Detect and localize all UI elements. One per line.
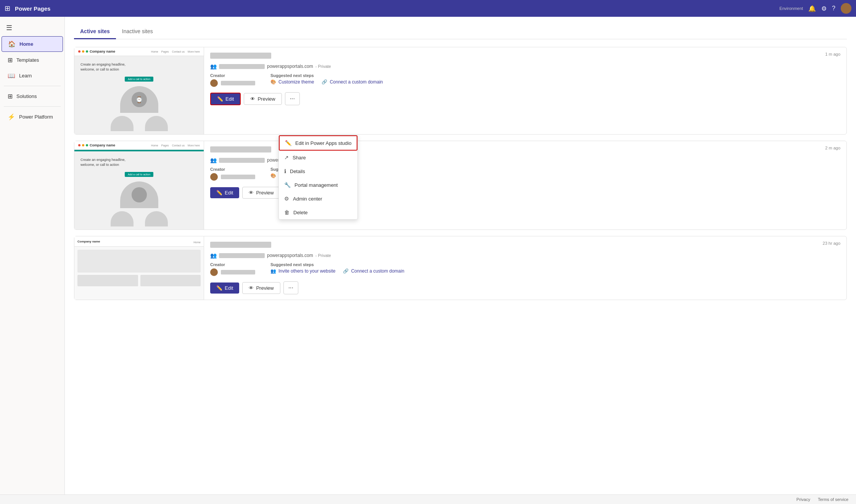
preview-button-1[interactable]: 👁 Preview <box>244 93 282 105</box>
templates-icon: ⊞ <box>8 56 13 64</box>
site-people-icon-3: 👥 <box>210 252 217 258</box>
admin-center-icon: ⚙ <box>284 196 289 202</box>
sidebar-item-templates[interactable]: ⊞ Templates <box>2 53 63 67</box>
help-button[interactable]: ? <box>832 5 835 12</box>
site-card-3: Company name Home 23 hr ago <box>74 236 847 300</box>
site-info-3: 23 hr ago 👥 powerappsportals.com - Priva… <box>204 236 846 300</box>
home-icon: 🏠 <box>8 40 16 48</box>
site-people-icon-1: 👥 <box>210 63 217 69</box>
sidebar-item-learn[interactable]: 📖 Learn <box>2 68 63 83</box>
edit-button-3[interactable]: ✏️ Edit <box>210 282 239 294</box>
settings-button[interactable]: ⚙ <box>821 5 827 12</box>
sidebar-item-home[interactable]: 🏠 Home <box>2 36 63 52</box>
creator-avatar-3 <box>210 268 218 276</box>
tab-active-sites[interactable]: Active sites <box>74 24 116 39</box>
site-time-3: 23 hr ago <box>823 241 840 246</box>
dropdown-item-delete[interactable]: 🗑 Delete <box>279 205 357 219</box>
site-card-2: Company name HomePagesContact usMore her… <box>74 141 847 230</box>
action-row-1: ✏️ Edit 👁 Preview ··· <box>210 92 840 105</box>
top-nav: ⊞ Power Pages Environment 🔔 ⚙ ? <box>0 0 856 17</box>
dropdown-item-edit-power-apps[interactable]: ✏️ Edit in Power Apps studio <box>279 135 357 151</box>
notification-button[interactable]: 🔔 <box>808 5 816 12</box>
sidebar-item-solutions-label: Solutions <box>16 93 37 99</box>
preview-button-2[interactable]: 👁 Preview <box>242 187 280 199</box>
sidebar-menu-icon[interactable]: ☰ <box>0 20 64 36</box>
more-button-1[interactable]: ··· <box>285 92 300 105</box>
next-step-domain-1[interactable]: 🔗 Connect a custom domain <box>322 79 383 85</box>
sidebar-item-learn-label: Learn <box>19 73 32 79</box>
content-area: Active sites Inactive sites Company name… <box>65 17 856 494</box>
site-name-3 <box>210 242 271 248</box>
privacy-link[interactable]: Privacy <box>796 497 810 502</box>
learn-icon: 📖 <box>8 72 15 79</box>
customize-theme-icon: 🎨 <box>270 79 276 85</box>
delete-icon: 🗑 <box>284 209 290 215</box>
app-title: Power Pages <box>15 5 50 12</box>
edit-button-1[interactable]: ✏️ Edit <box>210 93 241 105</box>
edit-button-2[interactable]: ✏️ Edit <box>210 187 239 198</box>
share-icon: ↗ <box>284 154 289 161</box>
next-step-invite-3[interactable]: 👥 Invite others to your website <box>270 268 335 274</box>
next-steps-3: 👥 Invite others to your website 🔗 Connec… <box>270 268 404 274</box>
site-badge-1: - Private <box>315 64 331 69</box>
preview-icon-2: 👁 <box>249 190 254 196</box>
power-platform-icon: ⚡ <box>8 113 15 120</box>
preview-button-3[interactable]: 👁 Preview <box>242 282 280 294</box>
dropdown-item-admin-center[interactable]: ⚙ Admin center <box>279 192 357 205</box>
next-step-customize-1[interactable]: 🎨 Customize theme <box>270 79 314 85</box>
creator-avatar-2 <box>210 173 218 181</box>
sidebar-item-home-label: Home <box>19 41 33 47</box>
site-thumbnail-1: Company name HomePagesContact usMore her… <box>74 47 204 134</box>
site-people-icon-2: 👥 <box>210 157 217 163</box>
site-meta-3: Creator Suggested next steps 👥 Invite ot… <box>210 262 840 276</box>
solutions-icon: ⊞ <box>8 93 13 100</box>
dropdown-item-share[interactable]: ↗ Share <box>279 151 357 164</box>
sidebar-divider-1 <box>4 86 61 86</box>
edit-pencil-icon-3: ✏️ <box>216 285 222 291</box>
site-url-1: powerappsportals.com <box>267 64 313 69</box>
thumb-topbar-2: Company name HomePagesContact usMore her… <box>74 141 204 150</box>
site-thumbnail-3: Company name Home <box>74 236 204 300</box>
sidebar-item-solutions[interactable]: ⊞ Solutions <box>2 89 63 104</box>
site-info-1: 1 m ago 👥 powerappsportals.com - Private… <box>204 47 846 134</box>
next-steps-1: 🎨 Customize theme 🔗 Connect a custom dom… <box>270 79 383 85</box>
site-url-row-3: 👥 powerappsportals.com - Private <box>210 252 840 258</box>
site-name-2 <box>210 146 271 152</box>
sidebar-item-power-platform[interactable]: ⚡ Power Platform <box>2 109 63 124</box>
site-time-2: 2 m ago <box>825 146 840 150</box>
avatar[interactable] <box>841 3 851 14</box>
environment-label: Environment <box>779 6 803 11</box>
nav-icons: Environment 🔔 ⚙ ? <box>779 3 851 14</box>
domain-icon-3: 🔗 <box>343 268 349 274</box>
next-step-domain-3[interactable]: 🔗 Connect a custom domain <box>343 268 404 274</box>
preview-icon-3: 👁 <box>249 285 254 291</box>
site-meta-1: Creator Suggested next steps 🎨 Customize… <box>210 73 840 87</box>
thumb-topbar-3: Company name Home <box>74 236 204 247</box>
customize-icon-2: 🎨 <box>270 173 276 178</box>
dropdown-item-portal-management[interactable]: 🔧 Portal management <box>279 178 357 192</box>
sidebar-divider-2 <box>4 106 61 107</box>
site-thumbnail-2: Company name HomePagesContact usMore her… <box>74 141 204 230</box>
edit-pencil-icon-2: ✏️ <box>216 190 222 196</box>
site-card-1: Company name HomePagesContact usMore her… <box>74 47 847 135</box>
tab-inactive-sites[interactable]: Inactive sites <box>116 24 159 39</box>
thumb-topbar-1: Company name HomePagesContact usMore her… <box>74 47 204 56</box>
terms-link[interactable]: Terms of service <box>818 497 848 502</box>
portal-mgmt-icon: 🔧 <box>284 182 291 188</box>
site-url-row-1: 👥 powerappsportals.com - Private <box>210 63 840 69</box>
tabs: Active sites Inactive sites <box>74 24 847 39</box>
more-button-3[interactable]: ··· <box>283 281 298 294</box>
action-row-3: ✏️ Edit 👁 Preview ··· <box>210 281 840 294</box>
site-badge-3: - Private <box>315 253 331 258</box>
dropdown-menu: ✏️ Edit in Power Apps studio ↗ Share ℹ D… <box>278 135 358 220</box>
main-layout: ☰ 🏠 Home ⊞ Templates 📖 Learn ⊞ Solutions… <box>0 17 856 494</box>
site-name-1 <box>210 53 271 59</box>
dropdown-item-details[interactable]: ℹ Details <box>279 164 357 178</box>
footer: Privacy Terms of service <box>0 494 856 504</box>
edit-power-apps-icon: ✏️ <box>285 140 291 146</box>
waffle-icon[interactable]: ⊞ <box>5 4 10 13</box>
sidebar-item-power-platform-label: Power Platform <box>19 114 53 120</box>
sidebar-item-templates-label: Templates <box>16 57 39 63</box>
creator-avatar-1 <box>210 79 218 87</box>
edit-pencil-icon-1: ✏️ <box>217 96 223 102</box>
